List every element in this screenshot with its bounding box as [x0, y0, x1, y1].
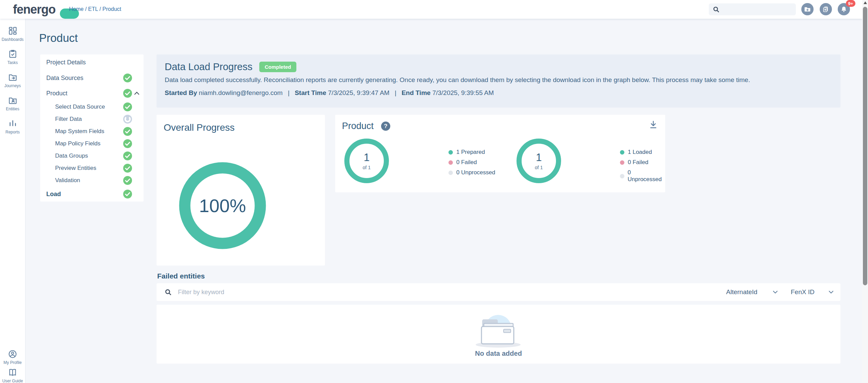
reports-icon — [8, 119, 17, 128]
nav-item-map-policy-fields[interactable]: Map Policy Fields — [40, 138, 144, 150]
meta-separator: | — [288, 89, 290, 96]
fenx-id-dropdown[interactable]: FenX ID — [791, 288, 834, 296]
failed-entities-empty-state: No data added — [157, 305, 840, 364]
failed-dot-icon — [448, 160, 453, 165]
sidebar-item-entities[interactable]: Entities — [0, 96, 25, 111]
nav-item-load[interactable]: Load — [40, 187, 144, 202]
complete-check-icon — [123, 89, 132, 98]
sidebar-label: Dashboards — [2, 37, 24, 42]
legend-label: 0 Failed — [456, 159, 477, 166]
sidebar-item-reports[interactable]: Reports — [0, 119, 25, 134]
overall-progress-percent: 100% — [199, 195, 246, 216]
nav-item-label: Data Groups — [55, 153, 123, 159]
end-time-value: 7/3/2025, 9:39:55 AM — [432, 89, 494, 96]
help-icon[interactable]: ? — [381, 122, 390, 131]
complete-check-icon — [123, 151, 132, 160]
empty-folder-illustration — [473, 311, 524, 349]
sidebar-label: Tasks — [7, 60, 18, 65]
entities-icon — [8, 96, 17, 105]
nav-item-validation[interactable]: Validation — [40, 174, 144, 187]
global-search-input[interactable] — [723, 6, 791, 12]
legend-row: 1 Loaded — [620, 149, 665, 156]
fenergo-logo[interactable]: fenergo — [13, 2, 55, 17]
notification-badge: 9+ — [846, 0, 855, 7]
search-icon — [713, 6, 720, 13]
alternateid-dropdown[interactable]: AlternateId — [726, 288, 778, 296]
upload-files-button[interactable] — [820, 3, 832, 15]
failed-dot-icon — [620, 160, 624, 165]
global-search[interactable] — [709, 3, 796, 15]
nav-item-label: Validation — [55, 177, 123, 184]
bell-icon — [840, 6, 847, 13]
prepared-donut-of: of 1 — [363, 165, 371, 170]
sidebar-item-my-profile[interactable]: My Profile — [0, 350, 25, 365]
prepared-donut-value: 1 — [364, 151, 370, 164]
breadcrumb[interactable]: Home / ETL / Product — [69, 6, 121, 12]
download-report-button[interactable] — [649, 120, 658, 130]
end-time-label: End Time — [402, 89, 430, 96]
dashboards-icon — [8, 26, 17, 35]
nav-item-project-details[interactable]: Project Details — [40, 54, 144, 70]
start-time-label: Start Time — [295, 89, 326, 96]
complete-check-icon — [123, 164, 132, 173]
complete-check-icon — [123, 139, 132, 148]
app-root: fenergo Home / ETL / Product — [0, 0, 868, 383]
complete-check-icon — [123, 176, 132, 185]
open-folder-icon — [480, 318, 517, 345]
nav-item-data-groups[interactable]: Data Groups — [40, 150, 144, 162]
meta-separator: | — [395, 89, 396, 96]
journeys-icon — [8, 73, 17, 82]
chevron-up-icon[interactable] — [132, 89, 140, 98]
product-card: Product ? 1 of 1 1 Prepared 0 Fa — [335, 115, 665, 192]
nav-item-label: Data Sources — [46, 75, 123, 82]
loaded-donut: 1 of 1 — [516, 138, 562, 184]
data-load-progress-panel: Data Load Progress Completed Data load c… — [157, 54, 840, 108]
status-none — [123, 58, 132, 67]
sidebar-label: Journeys — [4, 83, 21, 88]
legend-label: 0 Unprocessed — [456, 169, 495, 176]
prepared-dot-icon — [448, 150, 453, 155]
nav-item-label: Project Details — [46, 59, 123, 66]
sidebar-label: User Guide — [2, 379, 23, 383]
nav-item-label: Select Data Source — [55, 103, 123, 110]
legend-row: 1 Prepared — [448, 149, 495, 156]
started-by-value: niamh.dowling@fenergo.com — [199, 89, 282, 96]
complete-check-icon — [123, 127, 132, 136]
scrollbar-thumb[interactable] — [863, 7, 867, 285]
legend-row: 0 Unprocessed — [620, 169, 665, 183]
sidebar-item-user-guide[interactable]: User Guide — [0, 368, 25, 383]
completed-status-badge: Completed — [259, 62, 297, 72]
profile-icon — [8, 350, 17, 358]
loaded-donut-of: of 1 — [535, 165, 543, 170]
dropdown-label: FenX ID — [791, 288, 815, 296]
prepared-donut: 1 of 1 — [344, 138, 390, 184]
nav-item-data-sources[interactable]: Data Sources — [40, 70, 144, 86]
pending-progress-icon — [123, 115, 132, 124]
legend-label: 0 Unprocessed — [628, 169, 665, 183]
complete-check-icon — [123, 102, 132, 111]
nav-item-product[interactable]: Product — [40, 86, 144, 101]
loaded-dot-icon — [620, 150, 624, 155]
nav-item-label: Product — [46, 90, 123, 97]
chevron-down-icon — [773, 290, 778, 294]
filter-keyword-input[interactable] — [178, 289, 382, 296]
scrollbar-up-arrow-icon[interactable] — [864, 1, 867, 4]
failed-entities-filter-bar: AlternateId FenX ID — [157, 283, 840, 301]
sidebar-label: My Profile — [3, 360, 21, 365]
sidebar-item-dashboards[interactable]: Dashboards — [0, 26, 25, 42]
legend-label: 1 Prepared — [456, 149, 485, 156]
loaded-donut-value: 1 — [536, 151, 542, 164]
sidebar-label: Reports — [5, 130, 20, 134]
start-time-value: 7/3/2025, 9:39:47 AM — [328, 89, 390, 96]
add-folder-button[interactable] — [801, 3, 814, 15]
nav-item-select-data-source[interactable]: Select Data Source — [40, 101, 144, 113]
nav-item-filter-data[interactable]: Filter Data — [40, 113, 144, 125]
page-title: Product — [39, 32, 78, 45]
nav-item-label: Map Policy Fields — [55, 140, 123, 147]
sidebar-item-tasks[interactable]: Tasks — [0, 49, 25, 65]
nav-item-preview-entities[interactable]: Preview Entities — [40, 162, 144, 174]
data-load-meta: Started By niamh.dowling@fenergo.com | S… — [165, 89, 832, 97]
sidebar-item-journeys[interactable]: Journeys — [0, 73, 25, 88]
nav-item-map-system-fields[interactable]: Map System Fields — [40, 125, 144, 138]
vertical-scrollbar[interactable] — [862, 0, 868, 383]
